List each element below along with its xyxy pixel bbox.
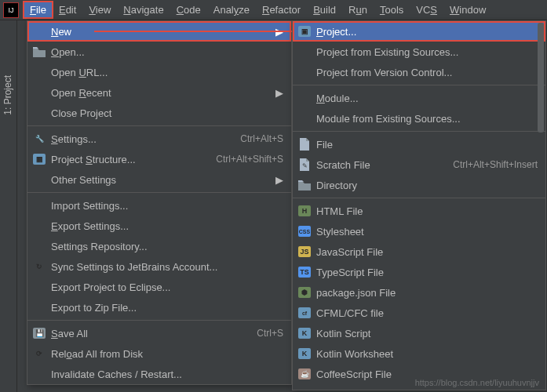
js-icon: JS — [297, 245, 312, 258]
file-menu-item-other-settings[interactable]: Other Settings▶ — [27, 169, 291, 190]
menu-item-label: Scratch File — [316, 159, 445, 171]
separator — [27, 192, 291, 193]
shortcut: Ctrl+Alt+Shift+Insert — [453, 159, 538, 170]
menu-build[interactable]: Build — [307, 2, 342, 18]
menu-item-label: Module... — [316, 93, 538, 104]
file-menu-item-open-recent[interactable]: Open Recent▶ — [27, 82, 291, 103]
reload-icon: ⟳ — [32, 347, 46, 360]
new-submenu-item-stylesheet[interactable]: CSSStylesheet — [293, 221, 545, 241]
new-submenu-item-package-json-file[interactable]: ⬢package.json File — [293, 282, 545, 303]
scrollbar-thumb[interactable] — [538, 23, 544, 132]
menu-run[interactable]: Run — [342, 2, 374, 18]
new-submenu-item-directory[interactable]: Directory — [293, 175, 545, 195]
menu-item-label: Sync Settings to JetBrains Account... — [51, 261, 283, 273]
menu-item-label: Project... — [316, 26, 538, 38]
node-icon: ⬢ — [297, 286, 312, 299]
file-menu-item-open-url[interactable]: Open URL... — [27, 62, 291, 82]
menu-item-label: Stylesheet — [316, 226, 538, 238]
watermark: https://blog.csdn.net/liyuuhuvnjjv — [415, 378, 539, 387]
menu-code[interactable]: Code — [170, 2, 207, 18]
file-menu-item-close-project[interactable]: Close Project — [27, 103, 291, 123]
new-submenu-item-html-file[interactable]: HHTML File — [293, 201, 545, 221]
menu-item-label: Export Project to Eclipse... — [51, 281, 283, 293]
menu-navigate[interactable]: Navigate — [117, 2, 170, 18]
menu-tools[interactable]: Tools — [374, 2, 410, 18]
project-icon: ▣ — [297, 25, 312, 38]
html-icon: H — [297, 205, 312, 217]
submenu-arrow-icon: ▶ — [275, 87, 283, 99]
menu-refactor[interactable]: Refactor — [256, 2, 307, 18]
wrench-icon: 🔧 — [32, 132, 46, 145]
file-menu-item-import-settings[interactable]: Import Settings... — [27, 195, 291, 216]
separator — [293, 85, 545, 85]
file-menu-item-reload-all-from-disk[interactable]: ⟳Reload All from Disk — [27, 343, 291, 364]
file-icon — [297, 138, 312, 151]
sync-icon: ↻ — [32, 260, 46, 273]
menu-item-label: Import Settings... — [51, 200, 283, 212]
save-icon: 💾 — [32, 327, 46, 339]
menu-item-label: Save All — [51, 328, 249, 339]
menu-item-label: Module from Existing Sources... — [316, 113, 538, 125]
shortcut: Ctrl+S — [257, 328, 283, 339]
shortcut: Ctrl+Alt+S — [240, 133, 283, 144]
new-submenu-item-project-from-existing-sources[interactable]: Project from Existing Sources... — [293, 42, 545, 62]
file-menu-item-export-project-to-eclipse[interactable]: Export Project to Eclipse... — [27, 277, 291, 297]
file-menu-item-sync-settings-to-jetbrains-account[interactable]: ↻Sync Settings to JetBrains Account... — [27, 256, 291, 277]
menu-file[interactable]: File — [24, 2, 53, 18]
new-submenu: ▣Project...Project from Existing Sources… — [292, 20, 546, 390]
menu-item-label: Export Settings... — [51, 220, 283, 232]
file-menu-item-open[interactable]: Open... — [27, 42, 291, 62]
new-submenu-item-kotlin-worksheet[interactable]: KKotlin Worksheet — [293, 343, 545, 364]
file-menu-dropdown: New▶Open...Open URL...Open Recent▶Close … — [27, 20, 292, 385]
file-menu-item-save-all[interactable]: 💾Save AllCtrl+S — [27, 323, 291, 343]
file-menu-item-invalidate-caches-restart[interactable]: Invalidate Caches / Restart... — [27, 364, 291, 384]
menu-item-label: Settings... — [51, 133, 232, 145]
file-menu-item-project-structure[interactable]: ▦Project Structure...Ctrl+Alt+Shift+S — [27, 149, 291, 169]
scratch-icon: ✎ — [297, 158, 312, 171]
new-submenu-item-module[interactable]: Module... — [293, 88, 545, 108]
menu-item-label: Open... — [51, 46, 283, 58]
kotlin-icon: K — [297, 347, 312, 360]
menu-item-label: TypeScript File — [316, 267, 538, 278]
menu-item-label: Other Settings — [51, 174, 275, 186]
shortcut: Ctrl+Alt+Shift+S — [216, 154, 283, 165]
structure-icon: ▦ — [32, 153, 46, 165]
menu-item-label: Open URL... — [51, 67, 283, 78]
menu-view[interactable]: View — [82, 2, 117, 18]
menubar: IJ FileEditViewNavigateCodeAnalyzeRefact… — [0, 0, 547, 20]
new-submenu-item-scratch-file[interactable]: ✎Scratch FileCtrl+Alt+Shift+Insert — [293, 154, 545, 175]
new-submenu-item-kotlin-script[interactable]: KKotlin Script — [293, 323, 545, 343]
file-menu-item-settings[interactable]: 🔧Settings...Ctrl+Alt+S — [27, 129, 291, 149]
menu-item-label: package.json File — [316, 287, 538, 299]
menu-item-label: Reload All from Disk — [51, 348, 283, 360]
new-submenu-item-project[interactable]: ▣Project... — [293, 21, 545, 42]
new-submenu-item-cfml-cfc-file[interactable]: cfCFML/CFC file — [293, 303, 545, 323]
new-submenu-item-project-from-version-control[interactable]: Project from Version Control... — [293, 62, 545, 82]
file-menu-item-export-to-zip-file[interactable]: Export to Zip File... — [27, 297, 291, 318]
menu-edit[interactable]: Edit — [53, 2, 82, 18]
new-submenu-item-file[interactable]: File — [293, 134, 545, 154]
menu-item-label: Close Project — [51, 107, 283, 119]
separator — [293, 131, 545, 132]
tool-window-bar-left: 1: Project — [0, 20, 17, 392]
menu-analyze[interactable]: Analyze — [207, 2, 256, 18]
svg-text:✎: ✎ — [302, 162, 308, 169]
menu-vcs[interactable]: VCS — [410, 2, 443, 18]
new-submenu-item-javascript-file[interactable]: JSJavaScript File — [293, 241, 545, 262]
menu-item-label: Export to Zip File... — [51, 302, 283, 314]
menu-item-label: Settings Repository... — [51, 241, 283, 252]
new-submenu-item-typescript-file[interactable]: TSTypeScript File — [293, 262, 545, 282]
file-menu-item-settings-repository[interactable]: Settings Repository... — [27, 236, 291, 256]
menu-item-label: File — [316, 139, 538, 151]
dir-icon — [297, 179, 312, 191]
menu-item-label: CFML/CFC file — [316, 307, 538, 319]
kotlin-icon: K — [297, 327, 312, 339]
folder-icon — [32, 45, 46, 58]
scrollbar[interactable] — [538, 23, 544, 388]
menu-window[interactable]: Window — [443, 2, 492, 18]
project-tool-tab[interactable]: 1: Project — [2, 75, 13, 115]
file-menu-item-export-settings[interactable]: Export Settings... — [27, 216, 291, 236]
menu-item-label: Directory — [316, 180, 538, 191]
new-submenu-item-module-from-existing-sources[interactable]: Module from Existing Sources... — [293, 108, 545, 129]
menu-item-label: Invalidate Caches / Restart... — [51, 368, 283, 380]
